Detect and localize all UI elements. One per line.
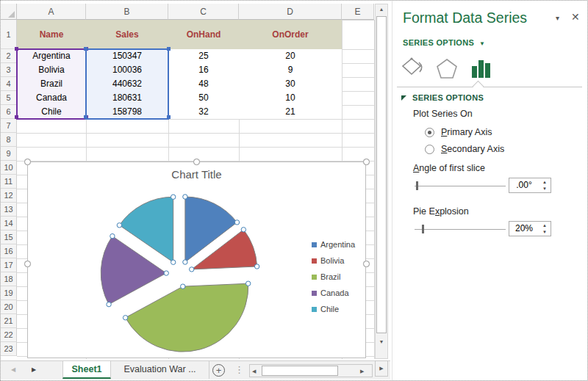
cell[interactable]: 100036 <box>86 63 168 77</box>
slider-track[interactable] <box>415 186 506 186</box>
cell[interactable]: Canada <box>17 91 86 105</box>
angle-spinner[interactable]: ▲ ▼ <box>540 179 549 192</box>
fill-line-tab-icon[interactable] <box>400 57 426 81</box>
chart-legend[interactable]: ArgentinaBoliviaBrazilCanadaChile <box>312 236 355 317</box>
cell[interactable]: 10 <box>239 91 342 105</box>
slice-selection-handle[interactable] <box>181 284 185 289</box>
row-header-8[interactable]: 8 <box>1 133 17 147</box>
sheet-tab-sheet1[interactable]: Sheet1 <box>62 361 111 379</box>
slice-selection-handle[interactable] <box>171 195 176 199</box>
scroll-down-icon[interactable]: ▼ <box>376 339 387 344</box>
chart-resize-handle[interactable] <box>363 261 370 267</box>
pie-explosion-value-input[interactable]: 20% ▲ ▼ <box>509 221 551 236</box>
next-sheet-icon[interactable]: ▶ <box>32 366 36 373</box>
slice-selection-handle[interactable] <box>190 267 194 272</box>
pie-slice-brazil[interactable] <box>126 283 248 352</box>
series-options-group-header[interactable]: SERIES OPTIONS <box>401 93 484 102</box>
slice-selection-handle[interactable] <box>183 195 187 199</box>
row-header-22[interactable]: 22 <box>1 328 17 342</box>
slider-track[interactable] <box>415 229 506 230</box>
horizontal-scrollbar[interactable]: ◀ ▶ <box>249 364 373 377</box>
horizontal-scroll-thumb[interactable] <box>262 366 338 376</box>
row-header-12[interactable]: 12 <box>1 189 17 203</box>
column-header-e[interactable]: E <box>342 4 374 20</box>
cell[interactable]: 150347 <box>86 49 168 63</box>
spin-down-icon[interactable]: ▼ <box>542 186 547 192</box>
cell[interactable]: 9 <box>239 63 342 77</box>
row-header-4[interactable]: 4 <box>1 77 17 91</box>
row-header-2[interactable]: 2 <box>1 49 17 63</box>
column-header-c[interactable]: C <box>168 4 239 20</box>
row-header-17[interactable]: 17 <box>1 258 17 272</box>
row-header-23[interactable]: 23 <box>1 342 17 356</box>
cell[interactable]: Bolivia <box>17 63 86 77</box>
legend-item[interactable]: Bolivia <box>312 253 355 269</box>
cell[interactable]: 50 <box>168 91 239 105</box>
pane-close-icon[interactable]: ✕ <box>571 11 580 23</box>
row-header-9[interactable]: 9 <box>1 147 17 161</box>
row-header-18[interactable]: 18 <box>1 272 17 286</box>
header-cell-name[interactable]: Name <box>17 20 86 49</box>
chart-resize-handle[interactable] <box>363 159 370 165</box>
chart-resize-handle[interactable] <box>24 159 31 165</box>
row-header-5[interactable]: 5 <box>1 91 17 105</box>
header-cell-onorder[interactable]: OnOrder <box>239 20 342 49</box>
spin-up-icon[interactable]: ▲ <box>542 222 547 228</box>
legend-item[interactable]: Argentina <box>312 236 355 253</box>
row-header-15[interactable]: 15 <box>1 231 17 244</box>
pie-explosion-slider[interactable] <box>415 224 506 234</box>
scroll-corner-icon[interactable]: ▶ <box>375 360 388 377</box>
angle-slider-thumb[interactable] <box>416 181 418 190</box>
scroll-left-icon[interactable]: ◀ <box>252 369 256 374</box>
scroll-right-icon[interactable]: ▶ <box>360 369 364 374</box>
cell[interactable]: 440632 <box>86 77 168 91</box>
add-sheet-icon[interactable]: + <box>212 364 225 377</box>
chart-object[interactable]: Chart Title ArgentinaBoliviaBrazilCanada… <box>27 162 366 358</box>
legend-item[interactable]: Brazil <box>312 269 355 285</box>
slice-selection-handle[interactable] <box>183 260 187 264</box>
row-header-20[interactable]: 20 <box>1 300 17 314</box>
spin-up-icon[interactable]: ▲ <box>542 179 547 185</box>
header-cell-onhand[interactable]: OnHand <box>168 20 239 49</box>
cell[interactable]: 180631 <box>86 91 168 105</box>
vertical-scroll-thumb[interactable] <box>376 16 387 333</box>
pie-explosion-slider-thumb[interactable] <box>422 225 424 233</box>
legend-item[interactable]: Canada <box>312 285 355 301</box>
prev-sheet-icon[interactable]: ◀ <box>11 366 15 373</box>
cell[interactable]: Chile <box>17 105 86 119</box>
row-header-14[interactable]: 14 <box>1 217 17 231</box>
pane-options-chevron-icon[interactable]: ▾ <box>556 14 559 22</box>
slice-selection-handle[interactable] <box>241 228 245 232</box>
cell[interactable]: 32 <box>168 105 239 119</box>
slice-selection-handle[interactable] <box>234 220 239 225</box>
angle-slider[interactable] <box>415 181 506 191</box>
select-all-corner[interactable] <box>1 4 17 20</box>
cell[interactable]: Argentina <box>17 49 86 63</box>
chart-resize-handle[interactable] <box>24 261 31 267</box>
cell[interactable]: 20 <box>239 49 342 63</box>
row-header-16[interactable]: 16 <box>1 244 17 258</box>
slice-selection-handle[interactable] <box>123 316 127 320</box>
chart-title[interactable]: Chart Title <box>28 168 365 181</box>
slice-selection-handle[interactable] <box>245 281 250 286</box>
vertical-scrollbar[interactable]: ▲ ▼ <box>375 4 388 359</box>
cell[interactable]: 30 <box>239 77 342 91</box>
row-header-19[interactable]: 19 <box>1 286 17 300</box>
slice-selection-handle[interactable] <box>107 302 111 306</box>
sheet-tab-evaluation[interactable]: Evaluation War ... <box>111 361 209 379</box>
slice-selection-handle[interactable] <box>164 271 168 275</box>
legend-item[interactable]: Chile <box>312 301 355 317</box>
slice-selection-handle[interactable] <box>110 233 115 238</box>
series-options-tab-icon[interactable] <box>467 57 494 81</box>
scroll-up-icon[interactable]: ▲ <box>376 7 387 12</box>
chart-resize-handle[interactable] <box>193 159 200 165</box>
slice-selection-handle[interactable] <box>171 260 176 264</box>
row-header-21[interactable]: 21 <box>1 314 17 328</box>
slice-selection-handle[interactable] <box>254 264 259 269</box>
cell[interactable]: 16 <box>168 63 239 77</box>
column-header-d[interactable]: D <box>239 4 342 20</box>
row-header-3[interactable]: 3 <box>1 63 17 77</box>
angle-value-input[interactable]: .00° ▲ ▼ <box>509 178 551 193</box>
cell[interactable]: Brazil <box>17 77 86 91</box>
row-header-7[interactable]: 7 <box>1 119 17 133</box>
